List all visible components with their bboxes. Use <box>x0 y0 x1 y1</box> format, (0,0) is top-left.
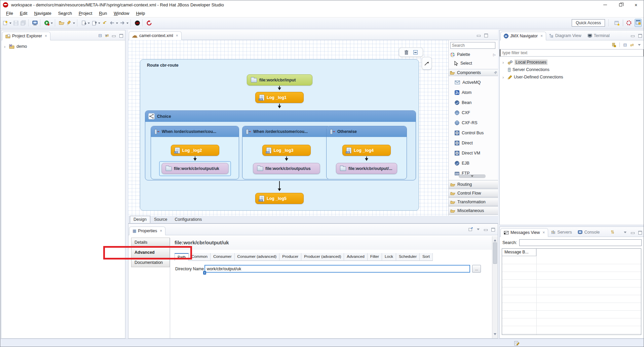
palette-item-cxf[interactable]: CXF <box>449 108 498 117</box>
expander-icon[interactable]: › <box>502 60 506 65</box>
collapse-container-icon[interactable] <box>413 50 418 55</box>
forward-dropdown[interactable] <box>126 23 128 25</box>
node-file-input[interactable]: file:work/cbr/input <box>247 74 312 85</box>
current-perspective-button[interactable] <box>635 19 642 27</box>
tab-project-explorer[interactable]: Project Explorer × <box>2 32 50 40</box>
diagram-canvas[interactable]: Route cbr-route file:work/cbr/input Log … <box>128 40 448 216</box>
refresh-button[interactable] <box>145 19 153 27</box>
close-tab-icon[interactable]: × <box>160 229 162 233</box>
save-button[interactable] <box>12 19 20 27</box>
palette-item-direct[interactable]: Direct <box>449 138 498 148</box>
project-explorer-tree[interactable]: › M demo <box>1 40 125 338</box>
maximize-view-icon[interactable] <box>119 33 123 37</box>
minimize-view-icon[interactable] <box>112 33 116 37</box>
minimize-view-icon[interactable] <box>631 33 635 37</box>
close-tab-icon[interactable]: × <box>45 34 47 38</box>
scroll-thumb[interactable] <box>493 242 497 264</box>
ftab-scheduler[interactable]: Scheduler <box>396 253 420 261</box>
last-edit-location-button[interactable] <box>101 19 108 27</box>
messages-column-header[interactable]: Message B... <box>502 249 536 256</box>
palette-item-activemq[interactable]: ActiveMQ <box>449 78 498 87</box>
palette-drawer-routing[interactable]: Routing <box>449 180 498 188</box>
quick-access-button[interactable]: Quick Access <box>572 19 605 27</box>
palette-scroll-indicator[interactable] <box>459 174 486 178</box>
open-file-button[interactable] <box>58 19 65 27</box>
palette-drawer-miscellaneous[interactable]: Miscellaneous <box>449 206 498 215</box>
node-output-uk[interactable]: file:work/cbr/output/uk <box>161 163 228 174</box>
browse-button[interactable]: ... <box>472 265 481 273</box>
ftab-producer[interactable]: Producer <box>279 253 301 261</box>
menu-help[interactable]: Help <box>133 10 148 17</box>
tab-source[interactable]: Source <box>150 216 171 223</box>
open-perspective-button[interactable] <box>613 19 621 27</box>
exchange-icon[interactable]: ⇅ <box>611 230 614 234</box>
when1-container[interactable]: When /order/customer/cou... Log _log2 fi… <box>151 126 239 179</box>
node-output-other[interactable]: file:work/cbr/output/... <box>336 163 397 174</box>
palette-search-input[interactable] <box>450 42 495 49</box>
palette-item-bean[interactable]: Bean <box>449 98 498 107</box>
node-log3[interactable]: Log _log3 <box>262 145 311 156</box>
tab-diagram-view[interactable]: Diagram View <box>546 31 584 40</box>
section-details[interactable]: Details <box>131 238 170 247</box>
new-wizard-dropdown[interactable] <box>9 23 11 25</box>
collapse-all-icon[interactable]: ⊟ <box>98 33 102 38</box>
properties-scrollbar[interactable] <box>492 236 498 338</box>
tree-item-server-connections[interactable]: Server Connections <box>500 66 644 73</box>
ftab-producer-advanced[interactable]: Producer (advanced) <box>301 253 344 261</box>
back-dropdown[interactable] <box>116 23 118 25</box>
jmx-filter-input[interactable] <box>500 49 644 57</box>
collapse-all-icon[interactable]: ⊟ <box>623 43 627 47</box>
menu-edit[interactable]: Edit <box>17 10 30 17</box>
next-annotation-button[interactable] <box>80 19 87 27</box>
maximize-view-icon[interactable] <box>638 33 642 37</box>
view-menu-icon[interactable] <box>104 33 108 37</box>
palette-select-tool[interactable]: Select <box>454 60 496 67</box>
view-menu-icon[interactable] <box>476 227 480 231</box>
mark-occurrences-button[interactable] <box>65 19 73 27</box>
tab-design[interactable]: Design <box>130 216 150 223</box>
delete-node-icon[interactable] <box>404 50 409 55</box>
palette-root[interactable]: Palette ▷ <box>450 51 497 58</box>
choice-container[interactable]: Choice When /order/customer/cou... Log _… <box>145 110 416 180</box>
tree-item-demo[interactable]: › M demo <box>1 43 125 50</box>
menu-file[interactable]: File <box>3 10 16 17</box>
jboss-central-button[interactable] <box>134 19 141 27</box>
back-button[interactable] <box>108 19 116 27</box>
tab-console[interactable]: Console <box>575 228 603 237</box>
node-log4[interactable]: Log _log4 <box>342 145 391 156</box>
menu-project[interactable]: Project <box>76 10 95 17</box>
forward-button[interactable] <box>119 19 126 27</box>
run-button[interactable] <box>43 19 50 27</box>
ftab-filter[interactable]: Filter <box>368 253 382 261</box>
node-log2[interactable]: Log _log2 <box>171 145 219 156</box>
palette-drawer-transformation[interactable]: Transformation <box>449 198 498 206</box>
ftab-advanced[interactable]: Advanced <box>344 253 367 261</box>
view-menu-icon[interactable] <box>623 230 627 234</box>
when2-container[interactable]: When /order/customer/cou... Log _log3 fi… <box>242 126 331 179</box>
status-notes-icon[interactable] <box>514 341 520 346</box>
menu-navigate[interactable]: Navigate <box>31 10 54 17</box>
tab-messages-view[interactable]: Messages View × <box>500 228 548 237</box>
scroll-down-icon[interactable] <box>494 333 496 337</box>
palette-drawer-components[interactable]: Components <box>449 69 498 76</box>
minimize-window-button[interactable] <box>597 0 613 9</box>
palette-item-controlbus[interactable]: Control Bus <box>449 128 498 138</box>
new-wizard-button[interactable] <box>2 19 9 27</box>
menu-run[interactable]: Run <box>96 10 110 17</box>
ftab-common[interactable]: Common <box>189 253 211 261</box>
jboss-perspective-button[interactable] <box>625 19 633 27</box>
close-tab-icon[interactable]: × <box>542 230 545 235</box>
new-connection-icon[interactable] <box>612 43 616 47</box>
tab-terminal[interactable]: Terminal <box>584 31 613 40</box>
next-annotation-dropdown[interactable] <box>88 23 90 25</box>
menu-search[interactable]: Search <box>55 10 75 17</box>
close-tab-icon[interactable]: × <box>540 34 543 38</box>
view-menu-icon[interactable] <box>637 43 641 47</box>
monitor-button[interactable] <box>31 19 39 27</box>
tree-item-user-defined-connections[interactable]: › User-Defined Connections <box>500 73 644 81</box>
menu-window[interactable]: Window <box>111 10 132 17</box>
connector-tool[interactable] <box>422 57 432 70</box>
ftab-lock[interactable]: Lock <box>382 253 396 261</box>
expander-icon[interactable]: › <box>502 75 506 80</box>
minimize-view-icon[interactable] <box>631 230 635 234</box>
